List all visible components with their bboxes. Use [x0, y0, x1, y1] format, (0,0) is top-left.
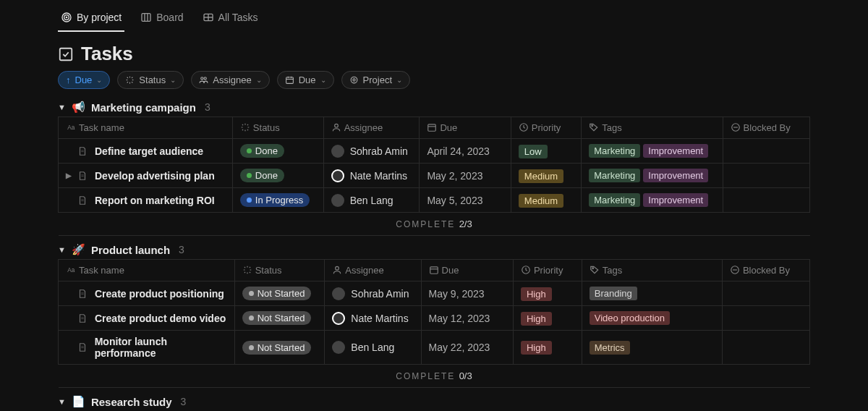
table-row[interactable]: Create product demo video Not Started Na…	[59, 306, 810, 331]
tag-badge[interactable]: Video production	[590, 311, 670, 325]
table-row[interactable]: ▶ Develop advertising plan Done Nate Mar…	[59, 164, 810, 188]
col-header-due[interactable]: Due	[420, 117, 511, 139]
col-header-priority[interactable]: Priority	[513, 260, 582, 281]
group-collapse-toggle[interactable]: ▼	[58, 397, 66, 406]
tag-badge[interactable]: Improvement	[643, 193, 708, 207]
col-header-due[interactable]: Due	[421, 260, 513, 281]
avatar	[332, 312, 345, 325]
tab-by-project[interactable]: By project	[58, 6, 124, 32]
status-pill[interactable]: Not Started	[242, 341, 312, 355]
sort-chip[interactable]: ↑ Due ⌄	[58, 71, 110, 89]
col-header-name[interactable]: AaTask name	[59, 117, 233, 139]
due-cell[interactable]: April 24, 2023	[420, 139, 511, 164]
tag-badge[interactable]: Metrics	[590, 341, 630, 355]
svg-point-16	[351, 77, 357, 83]
priority-badge[interactable]: Low	[519, 145, 548, 158]
col-header-status[interactable]: Status	[232, 117, 323, 139]
arrow-up-icon: ↑	[66, 75, 71, 85]
svg-rect-9	[60, 48, 72, 60]
tag-badge[interactable]: Marketing	[589, 144, 640, 158]
svg-point-2	[66, 17, 67, 17]
filter-project[interactable]: Project ⌄	[341, 71, 410, 89]
group-title: Product launch	[91, 244, 170, 256]
tag-badge[interactable]: Improvement	[643, 144, 708, 158]
group-header[interactable]: ▼ 🚀 Product launch 3	[58, 243, 810, 256]
filter-label: Due	[299, 75, 316, 85]
tags-cell[interactable]: MarketingImprovement	[582, 188, 723, 213]
task-table: AaTask name Status Assignee Due Priority…	[58, 259, 810, 388]
priority-badge[interactable]: High	[521, 287, 552, 301]
col-header-tags[interactable]: Tags	[582, 260, 722, 281]
blocked-cell[interactable]	[723, 139, 809, 164]
assignee-cell[interactable]: Sohrab Amin	[331, 145, 412, 158]
blocked-cell[interactable]	[722, 281, 809, 306]
blocked-cell[interactable]	[723, 188, 809, 213]
col-header-blocked[interactable]: Blocked By	[722, 260, 809, 281]
avatar	[331, 169, 344, 182]
status-pill[interactable]: Not Started	[242, 311, 312, 325]
priority-badge[interactable]: High	[521, 341, 552, 355]
group-header[interactable]: ▼ 📢 Marketing campaign 3	[58, 101, 810, 114]
tag-badge[interactable]: Marketing	[589, 193, 640, 207]
tags-cell[interactable]: Branding	[582, 281, 722, 306]
col-header-blocked[interactable]: Blocked By	[723, 117, 809, 139]
avatar	[331, 194, 344, 207]
filter-assignee[interactable]: Assignee ⌄	[191, 71, 269, 89]
priority-badge[interactable]: Medium	[519, 169, 563, 183]
assignee-cell[interactable]: Sohrab Amin	[332, 287, 413, 300]
due-cell[interactable]: May 9, 2023	[421, 281, 513, 306]
group-header[interactable]: ▼ 📄 Research study 3	[58, 395, 810, 408]
svg-rect-34	[430, 267, 438, 274]
col-header-tags[interactable]: Tags	[582, 117, 723, 139]
group-collapse-toggle[interactable]: ▼	[58, 245, 66, 254]
due-cell[interactable]: May 2, 2023	[420, 164, 511, 188]
tag-badge[interactable]: Marketing	[589, 169, 640, 182]
table-row[interactable]: Report on marketing ROI In Progress Ben …	[59, 188, 810, 213]
due-cell[interactable]: May 22, 2023	[421, 331, 513, 365]
due-cell[interactable]: May 12, 2023	[421, 306, 513, 331]
status-pill[interactable]: Not Started	[242, 287, 312, 300]
col-header-status[interactable]: Status	[234, 260, 325, 281]
chevron-down-icon: ⌄	[320, 76, 326, 84]
status-pill[interactable]: Done	[240, 169, 284, 182]
blocked-cell[interactable]	[723, 164, 809, 188]
due-cell[interactable]: May 5, 2023	[420, 188, 511, 213]
tag-badge[interactable]: Branding	[590, 287, 637, 300]
col-header-priority[interactable]: Priority	[511, 117, 581, 139]
priority-badge[interactable]: High	[521, 312, 552, 326]
table-row[interactable]: Monitor launch performance Not Started B…	[59, 331, 810, 365]
col-header-assignee[interactable]: Assignee	[325, 260, 421, 281]
blocked-cell[interactable]	[722, 331, 809, 365]
group-collapse-toggle[interactable]: ▼	[58, 103, 66, 111]
row-expand-toggle[interactable]: ▶	[66, 171, 73, 179]
tags-cell[interactable]: MarketingImprovement	[582, 139, 723, 164]
tag-badge[interactable]: Improvement	[643, 169, 708, 182]
blocked-cell[interactable]	[722, 306, 809, 331]
tags-cell[interactable]: Video production	[582, 306, 722, 331]
table-row[interactable]: Define target audience Done Sohrab Amin …	[59, 139, 810, 164]
filter-status[interactable]: Status ⌄	[117, 71, 184, 89]
filter-due[interactable]: Due ⌄	[277, 71, 334, 89]
assignee-cell[interactable]: Ben Lang	[331, 194, 412, 207]
svg-point-33	[336, 266, 339, 270]
status-pill[interactable]: In Progress	[240, 193, 310, 207]
col-header-assignee[interactable]: Assignee	[323, 117, 420, 139]
assignee-cell[interactable]: Nate Martins	[332, 312, 413, 325]
svg-point-11	[204, 77, 206, 80]
priority-badge[interactable]: Medium	[519, 194, 563, 208]
svg-rect-20	[428, 124, 436, 131]
tab-board[interactable]: Board	[137, 6, 186, 32]
col-header-name[interactable]: AaTask name	[59, 260, 235, 281]
assignee-cell[interactable]: Ben Lang	[332, 341, 413, 354]
assignee-name: Nate Martins	[351, 313, 408, 324]
assignee-cell[interactable]: Nate Martins	[331, 169, 412, 182]
view-tabs: By project Board All Tasks	[58, 6, 810, 33]
tags-cell[interactable]: MarketingImprovement	[582, 164, 723, 188]
sort-label: Due	[75, 75, 93, 85]
document-icon	[77, 342, 90, 353]
tab-all-tasks[interactable]: All Tasks	[200, 6, 261, 32]
table-row[interactable]: Create product positioning Not Started S…	[59, 281, 810, 306]
tags-cell[interactable]: Metrics	[582, 331, 722, 365]
status-pill[interactable]: Done	[240, 144, 284, 158]
svg-point-10	[201, 77, 203, 80]
